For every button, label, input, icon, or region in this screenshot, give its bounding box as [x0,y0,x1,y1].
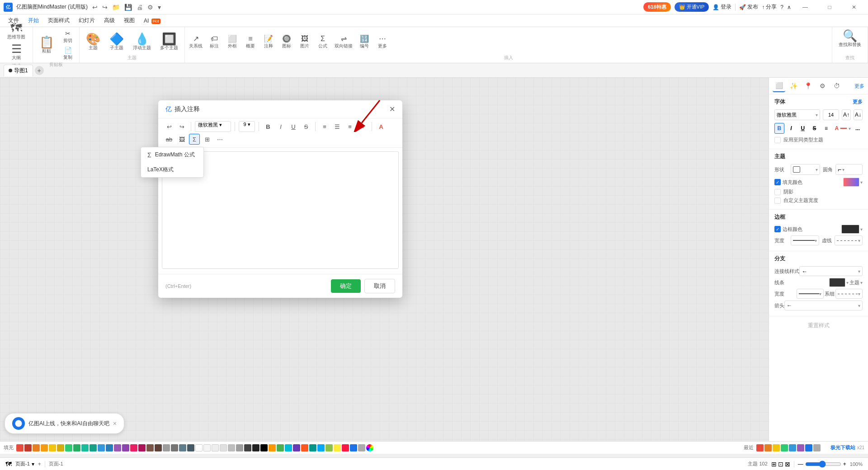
toolbar-note-btn[interactable]: 📝 注释 [260,33,277,50]
recent-color-chip[interactable] [797,444,804,451]
dropdown-latex[interactable]: LaTeX格式 [141,162,203,177]
dialog-cancel-btn[interactable]: 取消 [364,279,395,293]
reset-style-btn[interactable]: 重置样式 [808,322,830,329]
dialog-underline-btn[interactable]: U [288,121,299,132]
apply-same-type-checkbox[interactable] [774,137,781,143]
menu-page-style[interactable]: 页面样式 [43,15,74,26]
page-name[interactable]: 页面-1 [15,461,30,467]
zoom-out-btn[interactable]: — [798,461,803,467]
view-grid-btn[interactable]: ⊞ [771,461,777,468]
toolbar-theme-btn[interactable]: 🎨 主题 [82,32,104,52]
right-tab-style[interactable]: ⬜ [773,80,785,92]
color-chip[interactable] [114,444,121,451]
recent-color-chip[interactable] [781,444,788,451]
color-chip[interactable] [171,444,178,451]
tab-add-btn[interactable]: + [35,66,44,75]
tab-diagram1[interactable]: 导图1 [4,65,33,76]
dialog-table-btn[interactable]: ⊞ [202,134,212,145]
dialog-font-size[interactable]: 9 ▾ [239,121,255,132]
dialog-redo-btn[interactable]: ↪ [176,121,187,132]
open-btn[interactable]: 📁 [111,3,121,12]
right-tab-history[interactable]: ⏱ [830,80,843,92]
toolbar-frame-btn[interactable]: ⬜ 外框 [224,33,241,50]
connection-style-select[interactable]: ← ▾ [799,266,863,276]
save-btn[interactable]: 💾 [123,3,133,12]
btn-help[interactable]: ? [780,4,783,10]
color-chip[interactable] [138,444,146,451]
color-spectrum-chip[interactable] [366,444,373,451]
dialog-close-btn[interactable]: ✕ [389,105,395,113]
recent-color-chip[interactable] [813,444,821,451]
branch-arrow-select[interactable]: ← ▾ [784,301,863,310]
dialog-list-bullet-btn[interactable]: ☰ [332,121,343,132]
dialog-confirm-btn[interactable]: 确定 [331,279,361,293]
color-chip[interactable] [24,444,32,451]
page-add-btn[interactable]: + [38,461,41,467]
color-chip[interactable] [90,444,97,451]
ai-toast-close-btn[interactable]: × [113,420,117,427]
color-chip[interactable] [187,444,194,451]
toolbar-paste-btn[interactable]: 📋 粘贴 [36,35,57,55]
color-chip[interactable] [49,444,56,451]
color-chip[interactable] [309,444,316,451]
border-width-select[interactable]: ▾ [791,235,819,245]
color-chip[interactable] [358,444,365,451]
color-chip[interactable] [317,444,325,451]
recent-color-chip[interactable] [805,444,812,451]
color-chip[interactable] [122,444,129,451]
toolbar-subtheme-btn[interactable]: 🔷 子主题 [106,32,127,52]
toolbar-image-btn[interactable]: 🖼 图片 [296,33,313,50]
color-chip[interactable] [195,444,203,451]
menu-ai[interactable]: AI Hot [139,16,165,26]
view-full-btn[interactable]: ⊠ [785,461,790,468]
color-chip[interactable] [98,444,105,451]
btn-publish[interactable]: 🚀 发布 [739,3,758,11]
close-btn[interactable]: ✕ [844,0,864,14]
more-format-btn[interactable]: ... [853,123,863,134]
color-chip[interactable] [130,444,137,451]
border-color-swatch[interactable] [841,225,859,234]
zoom-slider[interactable] [805,461,841,468]
right-tab-location[interactable]: 📍 [802,80,814,92]
dialog-formula-btn[interactable]: Σ Σ EdrawMath 公式 LaTeX格式 [189,134,200,145]
corner-select[interactable]: ⌐ ▾ [835,164,863,175]
btn-collapse[interactable]: ∧ [787,4,791,10]
custom-width-checkbox[interactable] [774,197,781,204]
color-chip[interactable] [179,444,186,451]
color-chip[interactable] [228,444,235,451]
color-chip[interactable] [163,444,170,451]
dialog-more-btn[interactable]: ⋯ [214,134,225,145]
color-chip[interactable] [269,444,276,451]
color-chip[interactable] [41,444,48,451]
color-chip[interactable] [277,444,284,451]
menu-slideshow[interactable]: 幻灯片 [74,15,99,26]
font-family-select[interactable]: 微软雅黑 ▾ [774,109,820,120]
strikethrough-btn[interactable]: S [810,123,820,134]
zoom-in-btn[interactable]: + [843,461,846,467]
recent-color-chip[interactable] [764,444,772,451]
toolbar-find-btn[interactable]: 🔍 查找和替换 [835,29,865,49]
dialog-image-btn[interactable]: 🖼 [176,134,187,145]
page-select[interactable]: 页面-1 ▾ [15,461,34,467]
right-tab-ai[interactable]: ✨ [787,80,800,92]
color-chip[interactable] [220,444,227,451]
dialog-align-right-btn[interactable]: ≡ [357,121,368,132]
border-color-checkbox[interactable]: ✓ [774,226,781,232]
canvas-area[interactable]: 合法偶读PJD 亿 插入注释 ✕ ↩ ↪ 微软雅黑 ▾ [0,78,769,441]
dialog-font-color-btn[interactable]: A [376,121,387,132]
color-chip[interactable] [301,444,308,451]
redo-btn[interactable]: ↪ [101,3,108,12]
color-chip[interactable] [146,444,154,451]
font-color-swatch[interactable] [840,127,847,129]
color-chip[interactable] [81,444,89,451]
color-chip[interactable] [326,444,333,451]
color-chip[interactable] [203,444,211,451]
border-style-select[interactable]: ▾ [835,235,863,245]
toolbar-more-insert-btn[interactable]: ⋯ 更多 [374,33,391,50]
undo-btn[interactable]: ↩ [91,3,99,12]
branch-width-select[interactable]: ▾ [797,289,824,299]
recent-color-chip[interactable] [789,444,796,451]
toolbar-duallink-btn[interactable]: ⇌ 双向链接 [332,33,355,50]
font-size-input[interactable]: 14 [823,109,839,120]
color-chip[interactable] [334,444,341,451]
